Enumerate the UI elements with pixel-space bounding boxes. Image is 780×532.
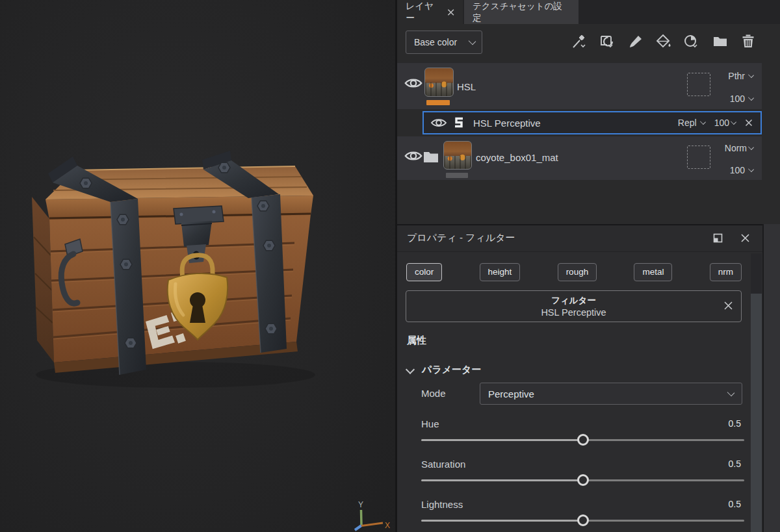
lightness-slider-handle[interactable] — [577, 514, 589, 526]
lightness-slider[interactable] — [421, 520, 744, 522]
layer-row-folder[interactable]: coyote_box01_mat Norm 100 — [397, 136, 762, 180]
clear-filter-icon[interactable] — [723, 301, 733, 310]
filter-box-label: フィルター — [406, 295, 741, 307]
tab-layers[interactable]: レイヤー — [397, 0, 463, 24]
channel-tab-height[interactable]: height — [480, 263, 521, 281]
section-attributes[interactable]: 属性 — [407, 332, 426, 349]
mask-slot[interactable] — [687, 73, 710, 96]
scrollbar-thumb[interactable] — [751, 294, 762, 532]
opacity-value: 100 — [730, 165, 745, 175]
right-panel: レイヤー テクスチャセットの設定 Base color — [397, 0, 780, 532]
chevron-down-icon — [469, 37, 476, 45]
viewport-3d[interactable]: Y X — [0, 0, 395, 532]
axis-gizmo: Y X — [351, 495, 394, 532]
saturation-slider[interactable] — [421, 479, 744, 481]
tab-texture-set-settings[interactable]: テクスチャセットの設定 — [464, 0, 578, 24]
axis-y-label: Y — [358, 500, 363, 509]
smart-material-icon[interactable] — [598, 32, 616, 51]
properties-title: プロパティ - フィルター — [407, 232, 515, 244]
chevron-down-icon — [700, 118, 706, 124]
opacity-value: 100 — [714, 118, 729, 128]
effect-blend-dropdown[interactable]: Repl — [678, 116, 705, 129]
chevron-down-icon — [727, 388, 735, 396]
chevron-down-icon — [748, 166, 754, 171]
channel-tabs: color height rough metal nrm — [406, 263, 742, 281]
layer-row-hsl[interactable]: HSL Pthr 100 — [397, 63, 762, 109]
section-attributes-label: 属性 — [407, 335, 426, 347]
magic-wand-icon[interactable] — [570, 32, 588, 51]
channel-tab-metal[interactable]: metal — [634, 263, 672, 281]
layer-name: coyote_box01_mat — [476, 152, 558, 163]
brush-icon[interactable] — [627, 32, 645, 51]
tab-layers-label: レイヤー — [406, 1, 441, 24]
substance-filter-icon — [452, 116, 465, 129]
blend-mode-dropdown[interactable]: Pthr — [728, 70, 753, 82]
opacity-value: 100 — [730, 94, 745, 104]
tab-close-icon[interactable] — [447, 8, 454, 16]
close-panel-icon[interactable] — [740, 233, 750, 243]
section-parameters[interactable]: パラメーター — [407, 361, 481, 378]
channel-select-value: Base color — [414, 37, 457, 47]
hue-slider[interactable] — [421, 439, 744, 441]
tab-texture-set-label: テクスチャセットの設定 — [473, 1, 570, 24]
channel-tab-color[interactable]: color — [406, 263, 442, 281]
section-parameters-label: パラメーター — [422, 364, 481, 376]
folder-icon[interactable] — [711, 32, 729, 51]
filter-resource-box[interactable]: フィルター HSL Perceptive — [406, 290, 742, 322]
pie-effect-icon[interactable] — [682, 32, 701, 51]
mode-select[interactable]: Perceptive — [480, 383, 742, 405]
chevron-down-icon — [748, 144, 754, 149]
hue-value[interactable]: 0.5 — [729, 418, 741, 429]
remove-effect-icon[interactable] — [745, 119, 753, 127]
hue-slider-handle[interactable] — [577, 434, 589, 446]
filter-box-value: HSL Perceptive — [406, 307, 741, 318]
lightness-label: Lightness — [421, 499, 463, 510]
layer-color-tag — [446, 173, 468, 178]
effect-name: HSL Perceptive — [473, 118, 541, 129]
channel-select[interactable]: Base color — [406, 31, 482, 54]
layer-name: HSL — [457, 81, 476, 92]
layers-toolbar — [570, 32, 757, 51]
opacity-dropdown[interactable]: 100 — [730, 164, 753, 177]
dock-tab-bar: レイヤー テクスチャセットの設定 — [397, 0, 780, 24]
layer-color-tag — [426, 100, 450, 105]
crate-3d-model — [13, 146, 325, 396]
trash-icon[interactable] — [739, 32, 757, 51]
effect-opacity-dropdown[interactable]: 100 — [714, 116, 736, 129]
saturation-label: Saturation — [421, 459, 465, 470]
visibility-eye-icon[interactable] — [430, 117, 447, 129]
substance-painter-window: { "tabs": { "layers": "レイヤー", "texture_s… — [0, 0, 780, 532]
chevron-down-icon — [748, 94, 754, 100]
channel-tab-rough[interactable]: rough — [558, 263, 597, 281]
folder-icon — [423, 151, 439, 163]
undock-icon[interactable] — [713, 233, 723, 243]
hue-label: Hue — [421, 418, 439, 429]
blend-mode-value: Pthr — [728, 71, 745, 81]
fill-bucket-icon[interactable] — [655, 32, 673, 51]
blend-mode-value: Repl — [678, 118, 697, 128]
saturation-slider-handle[interactable] — [577, 474, 589, 486]
mode-select-value: Perceptive — [488, 388, 534, 399]
channel-tab-nrm[interactable]: nrm — [710, 263, 742, 281]
visibility-eye-icon[interactable] — [404, 149, 423, 162]
chevron-down-icon — [731, 118, 736, 124]
axis-x-label: X — [385, 521, 390, 530]
blend-mode-dropdown[interactable]: Norm — [725, 142, 753, 155]
mask-slot[interactable] — [687, 146, 710, 169]
properties-header: プロパティ - フィルター — [397, 225, 762, 252]
saturation-value[interactable]: 0.5 — [729, 459, 741, 469]
visibility-eye-icon[interactable] — [404, 77, 423, 90]
layer-effect-row-selected[interactable]: HSL Perceptive Repl 100 — [422, 111, 762, 134]
chevron-down-icon — [748, 71, 754, 77]
mode-label: Mode — [421, 388, 446, 399]
lightness-value[interactable]: 0.5 — [729, 499, 741, 509]
layer-thumbnail[interactable] — [424, 68, 454, 97]
properties-scrollbar[interactable] — [751, 253, 762, 532]
layer-thumbnail[interactable] — [443, 141, 472, 170]
opacity-dropdown[interactable]: 100 — [730, 92, 753, 105]
blend-mode-value: Norm — [725, 143, 747, 153]
panel-right-margin — [762, 224, 780, 532]
chevron-down-icon — [406, 365, 415, 374]
